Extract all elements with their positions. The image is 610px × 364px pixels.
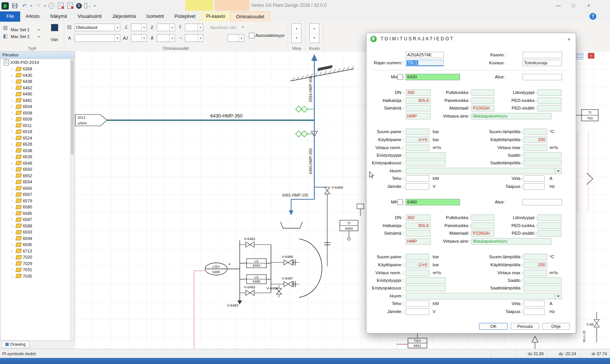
tree-item[interactable]: › 6524: [1, 135, 75, 141]
drawing-bottom-tab[interactable]: Drawing: [2, 341, 29, 348]
tree-expander-icon[interactable]: ›: [11, 267, 14, 273]
tab-isometrit[interactable]: Isometrit: [141, 11, 169, 22]
tree-expander-icon[interactable]: ›: [11, 72, 14, 79]
saattolampotila-field[interactable]: [524, 285, 562, 291]
minimize-button[interactable]: —: [551, 0, 566, 11]
qat-menu-icon[interactable]: ▾: [94, 4, 96, 8]
jannite-field[interactable]: [406, 183, 429, 190]
restore-drawing-icon[interactable]: [576, 53, 583, 59]
tree-expander-icon[interactable]: ›: [11, 122, 14, 129]
valve-v6483[interactable]: V-6483: [227, 300, 242, 307]
tree-expander-icon[interactable]: ›: [11, 103, 14, 110]
materiaali-field[interactable]: P235GH: [471, 230, 494, 237]
target-checkbox[interactable]: [397, 74, 403, 80]
tree-expander-icon[interactable]: ›: [11, 97, 14, 104]
dropdown-arrow-icon[interactable]: [555, 293, 561, 299]
tab-pi-kaavio[interactable]: PI-kaavio: [201, 11, 230, 22]
close-drawing-icon[interactable]: ×: [588, 53, 594, 59]
target-checkbox[interactable]: [397, 199, 403, 205]
tree-item[interactable]: › 6518: [1, 129, 75, 135]
registered-icon[interactable]: R: [76, 3, 82, 9]
tree-item[interactable]: › 6552: [1, 173, 75, 179]
tree-expander-icon[interactable]: ›: [11, 85, 14, 91]
tree-expander-icon[interactable]: ›: [11, 185, 14, 192]
tree-expander-icon[interactable]: ›: [11, 141, 14, 148]
virtaus-norm-field[interactable]: [406, 270, 429, 276]
instrument-ti-703[interactable]: TI 703: [576, 110, 598, 121]
tree-expander-icon[interactable]: ›: [11, 235, 14, 242]
oletustasot-combobox[interactable]: Oletustasot▾: [75, 24, 120, 31]
ped-luokka-field[interactable]: [538, 97, 561, 104]
tab-jarjestelma[interactable]: Järjestelmä: [107, 11, 141, 22]
virtaava-aine-field[interactable]: Matalapainehöyry: [471, 113, 551, 119]
tree-expander-icon[interactable]: ›: [11, 273, 14, 280]
mac-set-1-button[interactable]: Mac Set 1▾: [11, 27, 40, 33]
kayttolampotila-field[interactable]: 200: [524, 137, 547, 143]
tree-item[interactable]: › 6579: [1, 198, 75, 204]
aj-combobox[interactable]: ▾: [131, 34, 147, 42]
ped-luokka-field[interactable]: [538, 223, 561, 229]
saatto-field[interactable]: [524, 152, 562, 159]
tree-expander-icon[interactable]: ›: [11, 191, 14, 198]
tree-item[interactable]: › 6587: [1, 216, 75, 223]
tree-expander-icon[interactable]: ›: [11, 66, 14, 72]
tree-item[interactable]: › 6528: [1, 141, 75, 148]
text-width-combobox[interactable]: ▾: [185, 34, 203, 42]
suunn-paine-field[interactable]: [406, 129, 429, 135]
tree-item[interactable]: › 6580: [1, 204, 75, 210]
tree-item[interactable]: › 6554: [1, 179, 75, 185]
valve-v6481[interactable]: V-6481: [240, 237, 271, 247]
tree-item[interactable]: › 6504: [1, 103, 75, 110]
save-icon[interactable]: [11, 2, 18, 9]
tree-expander-icon[interactable]: ›: [11, 223, 14, 229]
info-icon[interactable]: i: [48, 3, 54, 9]
tree-item[interactable]: › 7035: [1, 273, 75, 280]
tree-item[interactable]: › 7020: [1, 254, 75, 261]
tree-expander-icon[interactable]: ›: [11, 179, 14, 185]
tree-item[interactable]: › 7029: [1, 261, 75, 267]
dialog-close-icon[interactable]: ×: [566, 36, 572, 42]
close-button[interactable]: ×: [581, 0, 596, 11]
tree-item[interactable]: › 6438: [1, 78, 75, 85]
putkiluokka-field[interactable]: [471, 215, 494, 221]
mac-set-2-button[interactable]: Mac Set 2▾: [11, 33, 40, 40]
color-swatch[interactable]: [51, 24, 58, 31]
tree-item[interactable]: › 6509: [1, 116, 75, 122]
tree-expander-icon[interactable]: ›: [11, 198, 14, 204]
tree-item[interactable]: › 6539: [1, 154, 75, 160]
markup-icon[interactable]: [67, 2, 73, 9]
kayttolampotila-field[interactable]: 200: [524, 262, 547, 268]
suunn-lampotila-field[interactable]: [524, 254, 547, 260]
tree-expander-icon[interactable]: ›: [11, 261, 14, 267]
dropdown-arrow-icon[interactable]: [555, 168, 561, 174]
instrument-ti-6493[interactable]: TI 6493: [340, 220, 358, 240]
liitostyyppi-field[interactable]: [538, 215, 561, 221]
help-icon[interactable]: ?: [589, 13, 596, 20]
alue-field[interactable]: [522, 74, 562, 80]
signal-diamonds[interactable]: [296, 106, 314, 137]
undo-menu-icon[interactable]: ▾: [30, 4, 32, 8]
ohje-button[interactable]: Ohje: [542, 323, 570, 330]
tree-expander-icon[interactable]: ›: [11, 210, 14, 217]
tree-expander-icon[interactable]: ›: [11, 78, 14, 85]
saattolampotila-field[interactable]: [524, 160, 562, 166]
tab-arkisto[interactable]: Arkisto: [20, 11, 45, 22]
huom-dropdown[interactable]: [406, 293, 562, 299]
tree-item[interactable]: › 7031: [1, 267, 75, 273]
valve-v6487[interactable]: V-6487: [271, 276, 299, 287]
kuvio-stepper[interactable]: ▴▾: [309, 23, 319, 43]
virtaus-norm-field[interactable]: [406, 145, 429, 151]
peruuta-button[interactable]: Peruuta: [511, 323, 539, 330]
apuviivan-vari-menu-icon[interactable]: ▾: [242, 25, 244, 29]
hatch-style-icon[interactable]: ▨: [3, 25, 8, 30]
tree-item[interactable]: › 6358: [1, 66, 75, 72]
tree-item[interactable]: › 6593: [1, 229, 75, 235]
vari-label[interactable]: Väri: [51, 37, 58, 42]
teho-field[interactable]: [406, 175, 429, 182]
eristystyyppi-field[interactable]: [406, 277, 446, 284]
redo-icon[interactable]: ↷: [35, 2, 41, 9]
revision-icon[interactable]: [57, 2, 64, 9]
export-icon[interactable]: →: [84, 2, 91, 9]
pipe-6491[interactable]: 6491-HMP-100: [282, 193, 314, 215]
tree-expander-icon[interactable]: ›: [11, 216, 14, 223]
